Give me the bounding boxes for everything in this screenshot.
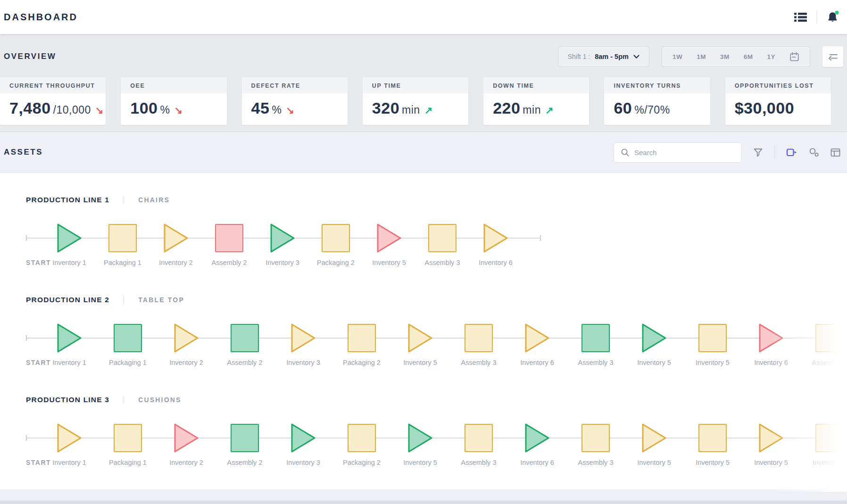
asset-node[interactable]: Inventory 2 (157, 312, 216, 356)
list-view-glyph (794, 12, 807, 22)
asset-node[interactable]: Packaging 1 (99, 312, 157, 352)
kpi-card-label: UP TIME (372, 83, 459, 89)
asset-node[interactable]: Inventory 5 (683, 412, 742, 452)
asset-node[interactable]: Assembly 2 (216, 412, 274, 452)
asset-shape-triangle-icon (56, 322, 83, 356)
asset-shape-triangle-icon (524, 422, 550, 456)
asset-node[interactable]: Packaging 1 (99, 412, 157, 452)
notification-dot (835, 11, 839, 15)
range-button-1w[interactable]: 1W (673, 53, 682, 60)
asset-node[interactable]: Assembly 3 (566, 312, 625, 352)
asset-node[interactable]: Assembly 3 (413, 212, 472, 252)
asset-node-label: Inventory 2 (169, 459, 203, 466)
asset-node-label: Assembly 3 (578, 459, 614, 466)
asset-node-label: Inventory 3 (286, 459, 320, 466)
asset-node[interactable]: Inventory 5 (800, 412, 847, 452)
asset-node-label: Inventory 1 (52, 359, 86, 366)
asset-shape-square-icon (581, 424, 610, 452)
asset-shape-square-icon (815, 324, 844, 352)
asset-node[interactable]: Inventory 5 (391, 412, 449, 456)
range-button-1m[interactable]: 1M (697, 53, 706, 60)
trend-down-icon: ↘ (286, 105, 294, 115)
nodes-view-icon[interactable] (809, 148, 819, 157)
search-input[interactable] (634, 149, 735, 157)
production-line-title: PRODUCTION LINE 1 (26, 196, 109, 204)
asset-shape-square-icon (815, 424, 844, 452)
filter-icon[interactable] (753, 148, 763, 157)
asset-node[interactable]: Inventory 3 (274, 312, 332, 356)
kpi-card-header: DOWN TIME (483, 77, 589, 93)
asset-node[interactable]: Inventory 3 (253, 212, 312, 256)
asset-shape-square-icon (348, 324, 376, 352)
asset-node[interactable]: Inventory 2 (147, 212, 205, 256)
bell-glyph (826, 10, 839, 24)
production-line-subtitle: CHAIRS (138, 196, 170, 204)
shift-selector[interactable]: Shift 1 : 8am - 5pm (558, 46, 649, 67)
asset-shape-triangle-icon (758, 322, 784, 356)
asset-node[interactable]: Inventory 5 (360, 212, 418, 256)
asset-node[interactable]: Packaging 2 (307, 212, 365, 252)
asset-node[interactable]: Inventory 1 (40, 312, 99, 356)
kpi-card-label: OPPORTUNITIES LOST (735, 83, 822, 89)
asset-node[interactable]: Packaging 1 (93, 212, 152, 252)
asset-node[interactable]: Inventory 3 (274, 412, 332, 456)
timeline-start-label: START (26, 359, 51, 366)
asset-node[interactable]: Packaging 2 (332, 312, 391, 352)
asset-node[interactable]: Assembly 3 (449, 412, 508, 452)
list-view-icon[interactable] (794, 12, 807, 22)
flow-view-icon[interactable] (786, 148, 797, 157)
asset-node-label: Inventory 6 (754, 359, 788, 366)
search-box[interactable] (614, 142, 742, 163)
asset-shape-triangle-icon (269, 222, 296, 256)
asset-node[interactable]: Inventory 5 (625, 312, 683, 356)
asset-node[interactable]: Inventory 5 (683, 312, 742, 352)
overview-section: OVERVIEW Shift 1 : 8am - 5pm 1W1M3M6M1Y (0, 34, 847, 132)
notifications-bell-icon[interactable] (826, 10, 839, 24)
asset-node[interactable]: Assembly 2 (200, 212, 258, 252)
asset-node[interactable]: Inventory 6 (742, 312, 800, 356)
bottom-strip (0, 501, 847, 504)
kpi-card-value: 60 (614, 99, 632, 117)
asset-node[interactable]: Inventory 5 (391, 312, 449, 356)
search-icon (621, 148, 630, 157)
timeline-start-tick (26, 435, 27, 441)
asset-node[interactable]: Inventory 6 (508, 412, 566, 456)
asset-shape-triangle-icon (758, 422, 784, 456)
asset-shape-square-icon (465, 324, 493, 352)
asset-node[interactable]: Assembly 3 (800, 312, 847, 352)
asset-node-label: Assembly 2 (212, 259, 247, 266)
kpi-card-suffix: % (160, 104, 170, 116)
calendar-icon[interactable] (789, 52, 799, 62)
kpi-card-body: 7,480/10,000↘ (0, 93, 106, 125)
asset-node[interactable]: Inventory 1 (40, 212, 99, 256)
table-view-icon[interactable] (830, 148, 840, 157)
range-button-6m[interactable]: 6M (744, 53, 753, 60)
asset-node[interactable]: Inventory 2 (157, 412, 216, 456)
kpi-card-body: 100%↘ (121, 93, 226, 125)
time-range-group: 1W1M3M6M1Y (662, 46, 810, 67)
asset-node[interactable]: Assembly 3 (566, 412, 625, 452)
asset-node[interactable]: Inventory 5 (625, 412, 683, 456)
kpi-card-body: 320min↗ (363, 93, 468, 125)
asset-node[interactable]: Inventory 6 (508, 312, 566, 356)
asset-node[interactable]: Inventory 5 (742, 412, 800, 456)
production-line-title: PRODUCTION LINE 3 (26, 396, 109, 404)
asset-node-label: Inventory 5 (637, 459, 671, 466)
asset-node[interactable]: Assembly 2 (216, 312, 274, 352)
asset-node[interactable]: Assembly 3 (449, 312, 508, 352)
page-title: DASHBOARD (4, 12, 78, 23)
assets-section-header: ASSETS (0, 132, 847, 173)
production-line-track: STARTInventory 1Packaging 1Inventory 2As… (0, 412, 847, 492)
production-line-header: PRODUCTION LINE 2TABLE TOP (26, 296, 184, 304)
collapse-panel-button[interactable] (822, 46, 843, 67)
kpi-card-label: DEFECT RATE (251, 83, 338, 89)
kpi-card-value: 7,480 (9, 99, 51, 117)
range-button-3m[interactable]: 3M (720, 53, 730, 60)
asset-node-label: Inventory 6 (520, 459, 554, 466)
asset-node[interactable]: Inventory 1 (40, 412, 99, 456)
asset-node-label: Assembly 2 (227, 459, 263, 466)
range-button-1y[interactable]: 1Y (767, 53, 775, 60)
asset-node[interactable]: Inventory 6 (466, 212, 525, 256)
asset-node[interactable]: Packaging 2 (332, 412, 391, 452)
kpi-card-value: 220 (493, 99, 520, 117)
